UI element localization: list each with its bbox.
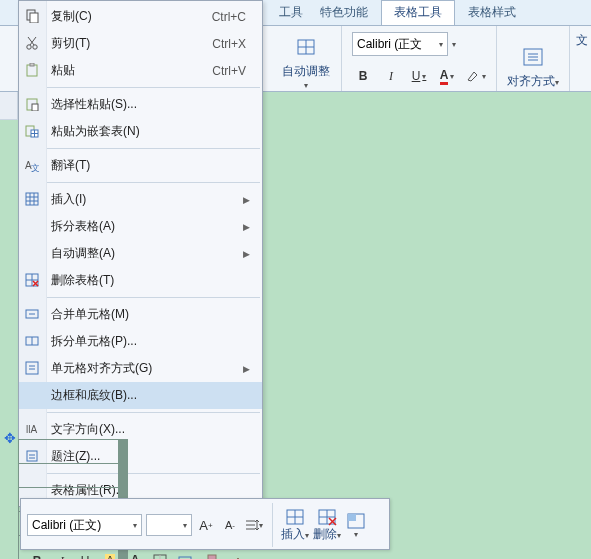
submenu-arrow-icon: ▶ (243, 364, 250, 374)
menu-copy[interactable]: 复制(C)Ctrl+C (19, 3, 262, 30)
split-cells-icon (24, 333, 40, 349)
svg-text:文: 文 (31, 163, 39, 172)
menu-borders-shading[interactable]: 边框和底纹(B)... (19, 382, 262, 409)
text-direction-icon: llA (24, 421, 40, 437)
ribbon-fragment-right: 文 (570, 26, 588, 91)
highlight-button[interactable]: ▾ (464, 65, 486, 87)
autofit-icon[interactable] (291, 32, 321, 62)
menu-split-table[interactable]: 拆分表格(A)▶ (19, 213, 262, 240)
mini-bold-button[interactable]: B (27, 551, 47, 559)
submenu-arrow-icon: ▶ (243, 249, 250, 259)
font-name-combo[interactable]: Calibri (正文▾ (352, 32, 448, 56)
menu-paste-nested[interactable]: 粘贴为嵌套表(N) (19, 118, 262, 145)
mini-format-painter-button[interactable] (202, 551, 222, 559)
mini-underline-button[interactable]: U▾ (77, 551, 97, 559)
svg-rect-23 (26, 193, 38, 205)
menu-split-cells[interactable]: 拆分单元格(P)... (19, 328, 262, 355)
tab-special[interactable]: 特色功能 (307, 0, 381, 25)
svg-point-10 (33, 45, 37, 49)
bold-button[interactable]: B (352, 65, 374, 87)
svg-rect-37 (26, 362, 38, 374)
translate-icon: A文 (24, 157, 40, 173)
svg-text:llA: llA (26, 424, 37, 435)
underline-button[interactable]: U▾ (408, 65, 430, 87)
mini-toolbar: Calibri (正文)▾ ▾ A+ A- ▾ 插入▾ 删除▾ ▾ B I U▾… (20, 498, 390, 550)
submenu-arrow-icon: ▶ (243, 195, 250, 205)
ribbon-group-autofit: 自动调整▾ (270, 26, 342, 91)
italic-button[interactable]: I (380, 65, 402, 87)
svg-point-9 (27, 45, 31, 49)
cell-align-icon (24, 360, 40, 376)
tab-table-style[interactable]: 表格样式 (455, 0, 529, 25)
mini-insert-button[interactable]: 插入▾ (281, 508, 309, 543)
svg-rect-8 (30, 13, 38, 23)
ribbon-frag-text: 文 (576, 32, 588, 49)
paste-icon (24, 62, 40, 78)
autofit-label[interactable]: 自动调整 (282, 63, 330, 80)
table-move-handle-icon[interactable]: ✥ (4, 430, 16, 446)
mini-italic-button[interactable]: I (52, 551, 72, 559)
align-icon[interactable] (518, 42, 548, 72)
mini-font-value: Calibri (正文) (32, 517, 101, 534)
align-label[interactable]: 对齐方式 (507, 74, 555, 88)
merge-cells-icon (24, 306, 40, 322)
context-menu: 复制(C)Ctrl+C 剪切(T)Ctrl+X 粘贴Ctrl+V 选择性粘贴(S… (18, 0, 263, 507)
menu-paste-special[interactable]: 选择性粘贴(S)... (19, 91, 262, 118)
mini-highlight-button[interactable]: A▾ (102, 551, 122, 559)
menu-insert[interactable]: 插入(I)▶ (19, 186, 262, 213)
mini-merge-button[interactable]: ▾ (177, 551, 197, 559)
paste-nested-icon (24, 123, 40, 139)
svg-rect-14 (30, 63, 34, 66)
svg-rect-16 (32, 104, 38, 111)
ribbon-group-font: Calibri (正文▾ ▾ B I U▾ A▾ ▾ (342, 26, 497, 91)
menu-merge-cells[interactable]: 合并单元格(M) (19, 301, 262, 328)
insert-icon (24, 191, 40, 207)
increase-font-button[interactable]: A+ (196, 515, 216, 535)
svg-rect-56 (348, 514, 356, 521)
svg-rect-61 (208, 555, 216, 559)
svg-rect-13 (27, 65, 37, 76)
copy-icon (24, 8, 40, 24)
menu-translate[interactable]: A文 翻译(T) (19, 152, 262, 179)
mini-clear-format-button[interactable] (227, 551, 247, 559)
font-color-button[interactable]: A▾ (436, 65, 458, 87)
mini-select-button[interactable]: ▾ (345, 512, 367, 539)
paste-special-icon (24, 96, 40, 112)
ribbon-group-align: 对齐方式▾ (497, 26, 570, 91)
cut-icon (24, 35, 40, 51)
menu-paste[interactable]: 粘贴Ctrl+V (19, 57, 262, 84)
line-spacing-button[interactable]: ▾ (244, 515, 264, 535)
tab-fragment[interactable]: 工具 (270, 0, 307, 25)
menu-cut[interactable]: 剪切(T)Ctrl+X (19, 30, 262, 57)
tab-table-tools[interactable]: 表格工具 (381, 0, 455, 25)
decrease-font-button[interactable]: A- (220, 515, 240, 535)
mini-border-button[interactable]: ▾ (152, 551, 172, 559)
menu-auto-adjust[interactable]: 自动调整(A)▶ (19, 240, 262, 267)
delete-table-icon (24, 272, 40, 288)
font-name-value: Calibri (正文 (357, 36, 422, 53)
menu-cell-align[interactable]: 单元格对齐方式(G)▶ (19, 355, 262, 382)
mini-font-color-button[interactable]: A▾ (127, 551, 147, 559)
submenu-arrow-icon: ▶ (243, 222, 250, 232)
mini-font-combo[interactable]: Calibri (正文)▾ (27, 514, 142, 536)
menu-delete-table[interactable]: 删除表格(T) (19, 267, 262, 294)
mini-delete-button[interactable]: 删除▾ (313, 508, 341, 543)
mini-size-combo[interactable]: ▾ (146, 514, 192, 536)
